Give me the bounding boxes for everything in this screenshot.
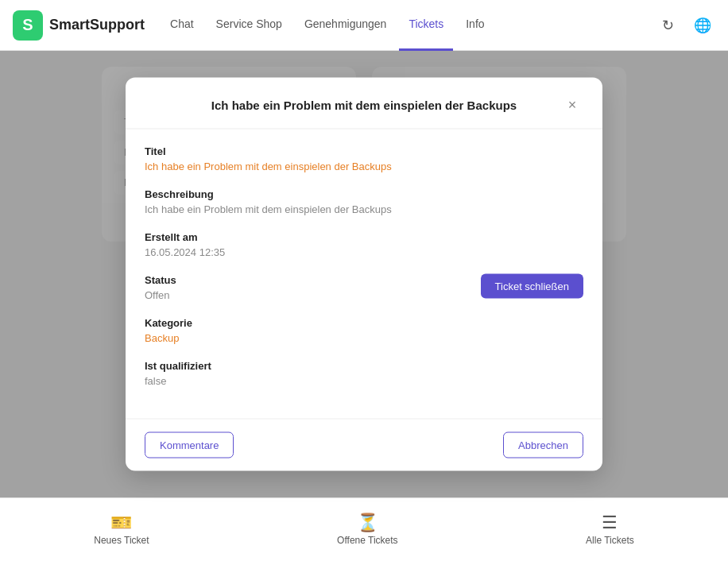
field-erstellt-am: Erstellt am 16.05.2024 12:35: [145, 231, 583, 258]
field-status-group: Status Offen: [145, 274, 176, 301]
field-value-titel: Ich habe ein Problem mit dem einspielen …: [145, 161, 583, 172]
modal-title: Ich habe ein Problem mit dem einspielen …: [167, 98, 561, 111]
nav-chat[interactable]: Chat: [161, 0, 203, 51]
modal-body: Titel Ich habe ein Problem mit dem einsp…: [126, 130, 602, 419]
offene-tickets-icon: ⏳: [357, 514, 378, 532]
field-label-kategorie: Kategorie: [145, 317, 583, 329]
field-value-erstellt-am: 16.05.2024 12:35: [145, 246, 583, 258]
field-status-row: Status Offen Ticket schließen: [145, 274, 583, 301]
field-value-kategorie: Backup: [145, 332, 583, 344]
refresh-button[interactable]: ↻: [655, 13, 680, 38]
header: S SmartSupport Chat Service Shop Genehmi…: [0, 0, 728, 51]
neues-ticket-icon: 🎫: [110, 514, 132, 532]
cancel-button[interactable]: Abbrechen: [503, 432, 583, 458]
logo-icon: S: [13, 10, 43, 41]
neues-ticket-label: Neues Ticket: [94, 535, 149, 546]
bottom-nav-neues-ticket[interactable]: 🎫 Neues Ticket: [78, 508, 165, 552]
field-value-status: Offen: [145, 289, 176, 301]
header-actions: ↻ 🌐: [655, 13, 715, 38]
main-nav: Chat Service Shop Genehmigungen Tickets …: [161, 0, 655, 51]
field-label-erstellt-am: Erstellt am: [145, 231, 583, 243]
modal: Ich habe ein Problem mit dem einspielen …: [126, 78, 602, 471]
field-kategorie: Kategorie Backup: [145, 317, 583, 344]
nav-service-shop[interactable]: Service Shop: [207, 0, 292, 51]
globe-button[interactable]: 🌐: [690, 13, 715, 38]
field-label-beschreibung: Beschreibung: [145, 188, 583, 200]
field-value-beschreibung: Ich habe ein Problem mit dem einspielen …: [145, 203, 583, 215]
main-content: Störung T... Ic... E... Störung Ich habe…: [0, 51, 728, 497]
nav-genehmigungen[interactable]: Genehmigungen: [295, 0, 397, 51]
comments-button[interactable]: Kommentare: [145, 432, 234, 458]
modal-footer: Kommentare Abbrechen: [126, 419, 602, 471]
field-titel: Titel Ich habe ein Problem mit dem einsp…: [145, 145, 583, 172]
nav-tickets[interactable]: Tickets: [399, 0, 453, 51]
field-label-qualifiziert: Ist qualifiziert: [145, 360, 583, 372]
alle-tickets-label: Alle Tickets: [586, 535, 634, 546]
modal-header: Ich habe ein Problem mit dem einspielen …: [126, 78, 602, 130]
modal-close-button[interactable]: ×: [561, 94, 583, 116]
offene-tickets-label: Offene Tickets: [337, 535, 397, 546]
bottom-nav-offene-tickets[interactable]: ⏳ Offene Tickets: [321, 508, 413, 552]
alle-tickets-icon: ☰: [602, 514, 618, 532]
close-ticket-button[interactable]: Ticket schließen: [481, 274, 583, 299]
bottom-nav-alle-tickets[interactable]: ☰ Alle Tickets: [570, 508, 650, 552]
bottom-nav: 🎫 Neues Ticket ⏳ Offene Tickets ☰ Alle T…: [0, 497, 728, 561]
field-qualifiziert: Ist qualifiziert false: [145, 360, 583, 387]
logo-container: S SmartSupport: [13, 10, 145, 41]
field-value-qualifiziert: false: [145, 375, 583, 387]
nav-info[interactable]: Info: [456, 0, 494, 51]
field-label-titel: Titel: [145, 145, 583, 157]
field-label-status: Status: [145, 274, 176, 286]
field-beschreibung: Beschreibung Ich habe ein Problem mit de…: [145, 188, 583, 215]
logo-text: SmartSupport: [49, 17, 145, 33]
